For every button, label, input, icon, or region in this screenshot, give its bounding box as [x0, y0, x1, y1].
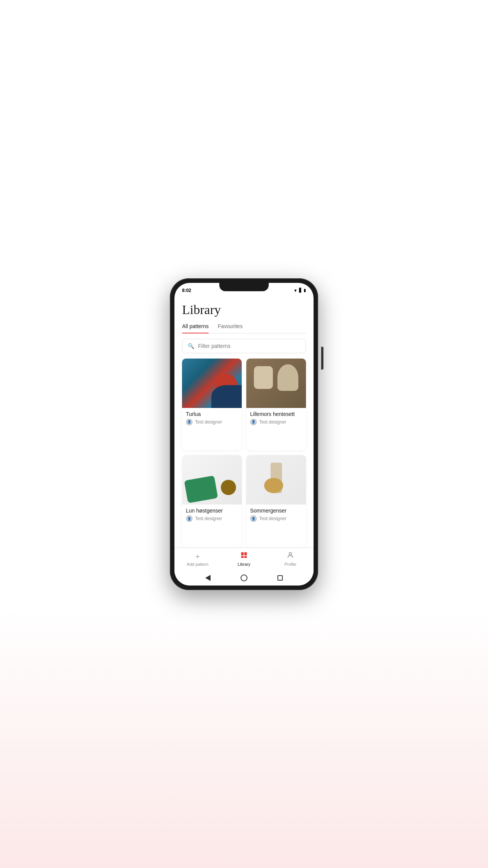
nav-item-add-pattern[interactable]: ＋ Add pattern — [174, 549, 221, 569]
phone-wrapper: 8:02 ▼ ▋ ▮ Library All patterns — [164, 271, 324, 598]
nav-label-add-pattern: Add pattern — [187, 562, 209, 567]
designer-avatar-turlua: 👤 — [186, 419, 193, 425]
side-button — [321, 347, 323, 370]
wifi-icon: ▼ — [293, 288, 298, 293]
pattern-card-lun[interactable]: Lun høstgenser 👤 Test designer — [182, 455, 242, 547]
phone-body: 8:02 ▼ ▋ ▮ Library All patterns — [170, 278, 318, 590]
svg-point-4 — [289, 552, 292, 555]
pattern-card-lillemors[interactable]: Lillemors hentesett 👤 Test designer — [246, 359, 306, 451]
header: Library All patterns Favourites — [174, 295, 314, 333]
pattern-image-lillemors — [246, 359, 306, 408]
pattern-info-lun: Lun høstgenser 👤 Test designer — [182, 505, 242, 526]
recents-icon — [277, 575, 283, 581]
search-input[interactable] — [198, 343, 300, 349]
search-bar: 🔍 — [182, 339, 306, 353]
pattern-card-sommergenser[interactable]: Sommergenser 👤 Test designer — [246, 455, 306, 547]
android-nav — [174, 570, 314, 586]
page-title: Library — [182, 303, 306, 317]
nav-label-profile: Profile — [284, 562, 296, 567]
pattern-grid: Turlua 👤 Test designer Lillemors hentese… — [174, 359, 314, 547]
status-icons: ▼ ▋ ▮ — [293, 288, 306, 293]
android-back-button[interactable] — [204, 574, 212, 582]
svg-rect-0 — [241, 552, 244, 555]
pattern-name-sommergenser: Sommergenser — [250, 508, 302, 514]
pattern-designer-turlua: 👤 Test designer — [186, 419, 238, 425]
app-content: Library All patterns Favourites 🔍 — [174, 295, 314, 586]
pattern-info-lillemors: Lillemors hentesett 👤 Test designer — [246, 408, 306, 429]
pattern-image-turlua — [182, 359, 242, 408]
pattern-image-sommergenser — [246, 455, 306, 505]
designer-avatar-lillemors: 👤 — [250, 419, 257, 425]
android-recents-button[interactable] — [276, 574, 284, 582]
pattern-image-lun — [182, 455, 242, 505]
svg-rect-2 — [241, 556, 244, 558]
pattern-card-turlua[interactable]: Turlua 👤 Test designer — [182, 359, 242, 451]
add-pattern-icon: ＋ — [194, 552, 201, 561]
battery-icon: ▮ — [304, 288, 306, 293]
svg-rect-1 — [244, 552, 247, 555]
home-icon — [241, 574, 247, 581]
status-time: 8:02 — [182, 288, 191, 293]
svg-rect-3 — [244, 556, 247, 558]
designer-avatar-sommergenser: 👤 — [250, 515, 257, 522]
pattern-designer-lun: 👤 Test designer — [186, 515, 238, 522]
designer-avatar-lun: 👤 — [186, 515, 193, 522]
pattern-name-turlua: Turlua — [186, 411, 238, 417]
library-icon — [240, 551, 248, 561]
pattern-info-sommergenser: Sommergenser 👤 Test designer — [246, 505, 306, 526]
tab-all-patterns[interactable]: All patterns — [182, 323, 209, 333]
tab-favourites[interactable]: Favourites — [218, 323, 242, 333]
tab-bar: All patterns Favourites — [182, 323, 306, 333]
pattern-designer-lillemors: 👤 Test designer — [250, 419, 302, 425]
profile-icon — [287, 551, 294, 561]
pattern-info-turlua: Turlua 👤 Test designer — [182, 408, 242, 429]
phone-notch — [219, 283, 269, 291]
phone-screen: 8:02 ▼ ▋ ▮ Library All patterns — [174, 283, 314, 586]
android-home-button[interactable] — [240, 574, 248, 582]
bottom-nav: ＋ Add pattern Library — [174, 547, 314, 570]
pattern-designer-sommergenser: 👤 Test designer — [250, 515, 302, 522]
pattern-name-lillemors: Lillemors hentesett — [250, 411, 302, 417]
nav-label-library: Library — [238, 562, 250, 567]
nav-item-library[interactable]: Library — [221, 549, 267, 569]
back-icon — [205, 575, 211, 581]
pattern-name-lun: Lun høstgenser — [186, 508, 238, 514]
search-icon: 🔍 — [188, 343, 194, 349]
signal-icon: ▋ — [299, 288, 302, 293]
nav-item-profile[interactable]: Profile — [267, 549, 314, 569]
